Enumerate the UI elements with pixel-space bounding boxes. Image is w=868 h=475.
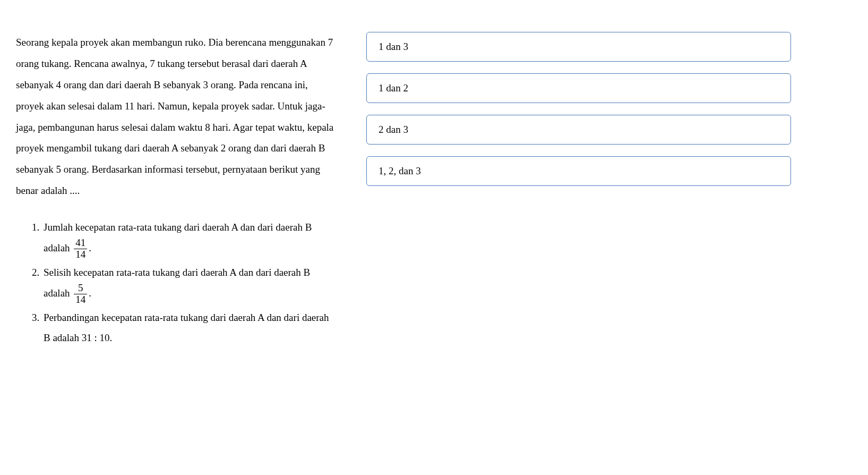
statement-post: . — [89, 242, 91, 253]
statement-number: 2. — [32, 262, 44, 283]
option-label: 1 dan 3 — [379, 41, 408, 52]
fraction: 4114 — [74, 238, 87, 260]
option-label: 1, 2, dan 3 — [379, 165, 421, 176]
option-4[interactable]: 1, 2, dan 3 — [366, 156, 791, 186]
fraction: 514 — [74, 283, 87, 306]
question-paragraph: Seorang kepala proyek akan membangun ruk… — [16, 32, 334, 201]
option-1[interactable]: 1 dan 3 — [366, 32, 791, 62]
question-column: Seorang kepala proyek akan membangun ruk… — [16, 32, 334, 350]
option-label: 1 dan 2 — [379, 82, 408, 94]
statement-number: 3. — [32, 308, 44, 328]
statement-text: Jumlah kecepatan rata-rata tukang dari d… — [44, 217, 334, 260]
fraction-denominator: 14 — [74, 249, 87, 260]
option-3[interactable]: 2 dan 3 — [366, 115, 791, 145]
statement-pre: Perbandingan kecepatan rata-rata tukang … — [44, 312, 329, 343]
statement-1: 1. Jumlah kecepatan rata-rata tukang dar… — [32, 217, 334, 260]
statement-number: 1. — [32, 217, 44, 238]
fraction-numerator: 41 — [74, 238, 87, 249]
statement-text: Perbandingan kecepatan rata-rata tukang … — [44, 308, 334, 348]
statement-post: . — [89, 287, 91, 299]
option-label: 2 dan 3 — [379, 124, 408, 135]
fraction-numerator: 5 — [74, 283, 87, 294]
statements-list: 1. Jumlah kecepatan rata-rata tukang dar… — [16, 217, 334, 348]
statement-text: Selisih kecepatan rata-rata tukang dari … — [44, 262, 334, 306]
option-2[interactable]: 1 dan 2 — [366, 73, 791, 103]
options-column: 1 dan 3 1 dan 2 2 dan 3 1, 2, dan 3 — [366, 32, 791, 350]
statement-3: 3. Perbandingan kecepatan rata-rata tuka… — [32, 308, 334, 348]
statement-2: 2. Selisih kecepatan rata-rata tukang da… — [32, 262, 334, 306]
fraction-denominator: 14 — [74, 294, 87, 306]
